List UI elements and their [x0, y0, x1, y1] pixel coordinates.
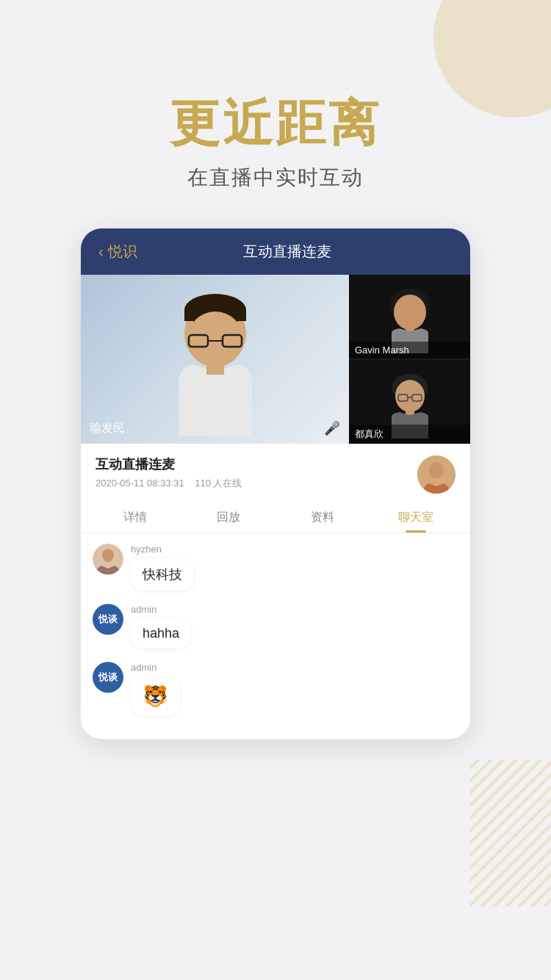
chat-content-3: admin 🐯: [131, 662, 180, 716]
card-header: ‹ 悦识 互动直播连麦: [81, 228, 470, 275]
chat-message-3: 悦谈 admin 🐯: [93, 662, 458, 716]
admin-badge-3: 悦谈: [93, 662, 123, 693]
svg-point-10: [394, 295, 426, 330]
side-video-1-label: Gavin Marsh: [349, 342, 470, 359]
back-label: 悦识: [108, 242, 137, 262]
svg-point-14: [395, 380, 425, 412]
card-tabs: 详情 回放 资料 聊天室: [81, 501, 470, 533]
chat-content-2: admin hahha: [131, 604, 191, 649]
chat-bubble-2: hahha: [131, 619, 191, 649]
chat-content-1: hyzhen 快科技: [131, 544, 194, 591]
admin-badge-text-2: 悦谈: [98, 613, 118, 626]
video-main: 喻发民 🎤: [81, 275, 349, 444]
main-person-svg: [156, 282, 274, 436]
back-button[interactable]: ‹ 悦识: [98, 242, 137, 262]
info-meta: 2020-05-11 08:33:31 110 人在线: [96, 477, 242, 490]
tab-playback[interactable]: 回放: [182, 501, 276, 533]
info-title: 互动直播连麦: [96, 455, 242, 473]
side-video-1: Gavin Marsh: [349, 275, 470, 359]
svg-rect-7: [206, 361, 224, 375]
chat-area: hyzhen 快科技 悦谈 admin hahha 悦谈: [81, 533, 470, 739]
main-title: 更近距离: [0, 96, 551, 151]
main-video-person: [81, 275, 349, 444]
host-avatar-svg: [417, 455, 455, 494]
phone-card: ‹ 悦识 互动直播连麦: [81, 228, 470, 739]
tab-materials[interactable]: 资料: [276, 501, 370, 533]
sub-title: 在直播中实时互动: [0, 164, 551, 192]
phone-card-wrapper: ‹ 悦识 互动直播连麦: [81, 228, 470, 739]
video-side: Gavin Marsh: [349, 275, 470, 444]
svg-point-25: [112, 568, 115, 571]
info-datetime: 2020-05-11 08:33:31: [96, 478, 184, 489]
video-area: 喻发民 🎤: [81, 275, 470, 444]
card-info: 互动直播连麦 2020-05-11 08:33:31 110 人在线: [81, 444, 470, 501]
svg-point-3: [187, 311, 243, 367]
card-info-left: 互动直播连麦 2020-05-11 08:33:31 110 人在线: [96, 455, 242, 490]
chat-username-1: hyzhen: [131, 544, 194, 555]
chat-username-2: admin: [131, 604, 191, 615]
chevron-left-icon: ‹: [98, 243, 104, 260]
side-video-2: 都真欣: [349, 360, 470, 444]
bg-decoration-stripes: [470, 760, 551, 907]
chat-message-2: 悦谈 admin hahha: [93, 604, 458, 649]
svg-point-22: [102, 549, 114, 562]
admin-badge-text-3: 悦谈: [98, 671, 118, 684]
microphone-icon: 🎤: [324, 420, 340, 436]
tab-details[interactable]: 详情: [88, 501, 182, 533]
side-video-2-label: 都真欣: [349, 425, 470, 444]
host-avatar: [417, 455, 455, 494]
chat-avatar-hyzhen: [93, 544, 123, 574]
heading-area: 更近距离 在直播中实时互动: [0, 0, 551, 192]
main-video-label: 喻发民: [90, 421, 125, 436]
info-online: 110 人在线: [195, 478, 242, 489]
avatar-hyzhen-svg: [93, 544, 123, 574]
svg-point-24: [106, 570, 109, 573]
tab-chatroom[interactable]: 聊天室: [370, 501, 464, 533]
chat-bubble-1: 快科技: [131, 558, 194, 591]
nav-title: 互动直播连麦: [243, 242, 331, 262]
chat-bubble-3: 🐯: [131, 677, 180, 716]
admin-badge-2: 悦谈: [93, 604, 123, 635]
chat-message-1: hyzhen 快科技: [93, 544, 458, 591]
svg-point-23: [100, 568, 103, 571]
svg-point-20: [429, 462, 444, 478]
chat-username-3: admin: [131, 662, 180, 673]
